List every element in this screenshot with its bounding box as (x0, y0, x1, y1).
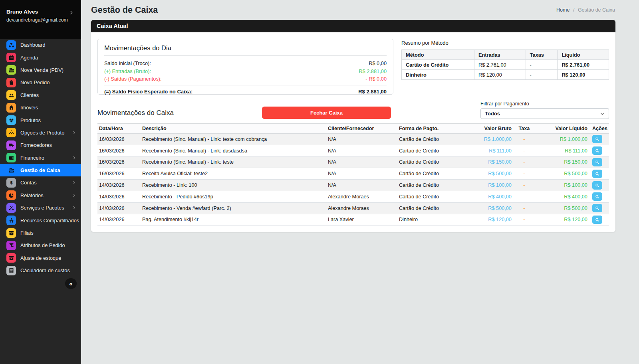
sidebar-item-label: Serviços e Pacotes (20, 205, 64, 211)
cell-date: 16/03/2026 (97, 156, 141, 168)
sidebar-item-servicos-e-pacotes[interactable]: Serviços e Pacotes (0, 202, 81, 214)
sidebar-item-filiais[interactable]: Filiais (0, 227, 81, 239)
chevron-right-icon (72, 180, 76, 185)
cell-date: 14/03/2026 (97, 202, 141, 214)
sidebar-item-label: Contas (20, 180, 37, 186)
chevron-right-icon (72, 193, 76, 198)
sidebar-item-financeiro[interactable]: Financeiro (0, 152, 81, 164)
sidebar-item-agenda[interactable]: Agenda (0, 51, 81, 63)
day-summary-title: Movimentações do Dia (104, 44, 387, 52)
cell-date: 16/03/2026 (97, 168, 141, 180)
sidebar-item-dashboard[interactable]: Dashboard (0, 39, 81, 51)
table-row: 14/03/2026Recebimento - Pedido #6os19pAl… (97, 191, 609, 202)
sidebar-item-label: Opções de Produto (20, 130, 64, 136)
home-icon (6, 103, 16, 113)
cash-register-icon (6, 166, 16, 175)
movements-table: Data/HoraDescriçãoCliente/FornecedorForm… (97, 123, 609, 226)
cell-method: Cartão de Crédito (397, 156, 467, 168)
main-content: Gestão de Caixa Home / Gestão de Caixa C… (81, 0, 639, 364)
day-summary-row-value: R$ 2.881,00 (359, 67, 387, 75)
sidebar-item-imoveis[interactable]: Imóveis (0, 101, 81, 114)
user-profile[interactable]: Bruno Alves dev.andrebraga@gmail.com (0, 0, 81, 39)
close-cash-button[interactable]: Fechar Caixa (262, 107, 391, 119)
cell-tax: - (513, 168, 535, 180)
cell-gross: R$ 100,00 (467, 180, 513, 191)
view-details-button[interactable] (592, 181, 602, 190)
svg-text:$: $ (10, 180, 13, 185)
truck-icon (8, 142, 14, 148)
sidebar-item-clientes[interactable]: Clientes (0, 89, 81, 101)
expected-balance-row: (=) Saldo Físico Esperado no Caixa: R$ 2… (104, 87, 387, 96)
cell-actions (589, 134, 609, 145)
sidebar-item-label: Agenda (20, 55, 38, 61)
chevron-right-icon (72, 156, 76, 160)
cell-gross: R$ 150,00 (467, 156, 513, 168)
method-summary-title: Resumo por Método (401, 40, 609, 46)
cell-method: Cartão de Crédito (397, 168, 467, 180)
payment-filter-select[interactable]: Todos (480, 108, 609, 119)
view-details-button[interactable] (592, 216, 602, 224)
sidebar-item-relatorios[interactable]: Relatórios (0, 189, 81, 202)
sidebar-item-produtos[interactable]: Produtos (0, 114, 81, 126)
table-row: 16/03/2026Receita Avulsa Oficial: teste2… (97, 168, 609, 180)
sidebar-item-caculadora-de-custos[interactable]: Cáculadora de custos (0, 264, 81, 277)
cell-description: Recebimento (Sinc. Manual) - Link: teste (141, 156, 326, 168)
view-details-button[interactable] (592, 170, 602, 178)
sidebar-collapse-button[interactable]: « (65, 278, 77, 289)
circles-icon (6, 115, 16, 125)
chevron-right-icon (69, 10, 74, 15)
view-details-button[interactable] (592, 192, 602, 201)
cell-gross: R$ 1.000,00 (467, 134, 513, 145)
sidebar-item-gestao-de-caixa[interactable]: Gestão de Caixa (0, 164, 81, 176)
sidebar-item-novo-pedido[interactable]: Novo Pedido (0, 76, 81, 89)
method-summary-header: Taxas (526, 50, 558, 60)
day-summary-row-label: (+) Entradas (Bruto): (104, 67, 151, 75)
cash-register-icon (8, 67, 14, 73)
sidebar-item-label: Atributos de Pedido (20, 242, 65, 248)
sidebar-item-fornecedores[interactable]: Fornecedores (0, 139, 81, 151)
sidebar-item-opcoes-de-produto[interactable]: Opções de Produto (0, 127, 81, 139)
table-row: 14/03/2026Pag. Atendimento #klj14rLara X… (97, 214, 609, 226)
magnifier-icon (595, 194, 600, 199)
cell-description: Recebimento - Venda #ewfard (Parc. 2) (141, 202, 326, 214)
options-grid-icon (8, 130, 14, 136)
sidebar-item-recursos-compartilhados[interactable]: Recursos Compartilhados (0, 214, 81, 226)
wallet-icon (8, 155, 14, 161)
expected-balance-value: R$ 2.881,00 (358, 87, 387, 96)
cell-description: Recebimento - Pedido #6os19p (141, 191, 326, 202)
cell-method: Cartão de Crédito (397, 202, 467, 214)
method-summary-table: MétodoEntradasTaxasLíquido Cartão de Cré… (401, 49, 609, 80)
cell-actions (589, 202, 609, 214)
sidebar-item-atributos-de-pedido[interactable]: Atributos de Pedido (0, 239, 81, 251)
view-details-button[interactable] (592, 135, 602, 143)
cell-tax: - (513, 145, 535, 156)
sidebar-item-nova-venda-pdv[interactable]: Nova Venda (PDV) (0, 64, 81, 76)
cell-client: N/A (326, 180, 397, 191)
cell-description: Receita Avulsa Oficial: teste2 (141, 168, 326, 180)
payment-filter-value: Todos (485, 111, 500, 117)
pie-chart-icon (8, 192, 14, 198)
movements-title: Movimentações do Caixa (97, 109, 174, 117)
view-details-button[interactable] (592, 158, 602, 166)
shared-resources-icon (8, 218, 14, 224)
cell-gross: R$ 400,00 (467, 191, 513, 202)
magnifier-icon (595, 206, 600, 211)
view-details-button[interactable] (592, 146, 602, 155)
sidebar-item-contas[interactable]: $Contas (0, 176, 81, 189)
sidebar-item-label: Dashboard (20, 42, 46, 48)
cell-client: N/A (326, 168, 397, 180)
cell-net: R$ 100,00 (535, 180, 589, 191)
magnifier-icon (595, 160, 600, 165)
chevron-right-icon (72, 131, 76, 135)
breadcrumb-home-link[interactable]: Home (556, 7, 570, 13)
view-details-button[interactable] (592, 204, 602, 212)
shopping-bag-icon (8, 79, 14, 85)
sidebar: Bruno Alves dev.andrebraga@gmail.com Das… (0, 0, 81, 364)
cell-gross: R$ 500,00 (467, 168, 513, 180)
table-row: 16/03/2026Recebimento (Sinc. Manual) - L… (97, 156, 609, 168)
page-title: Gestão de Caixa (91, 5, 158, 15)
sidebar-item-ajuste-de-estoque[interactable]: Ajuste de estoque (0, 252, 81, 264)
breadcrumb-current: Gestão de Caixa (578, 7, 615, 13)
day-summary-card: Movimentações do Dia Saldo Inicial (Troc… (97, 39, 393, 95)
home-icon (8, 105, 14, 111)
